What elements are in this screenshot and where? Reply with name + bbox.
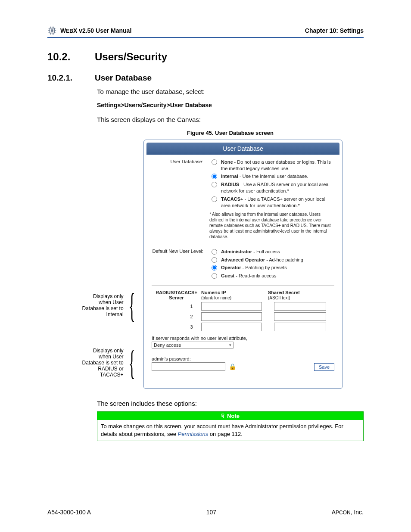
column-header: Numeric IP(blank for none) [201,290,268,300]
figure-caption: Figure 45. User Database screen [97,129,364,137]
annotation-radius: Displays only when User Database is set … [80,348,124,378]
intro-text-2: This screen displays on the Canvas: [97,115,364,124]
annotation-column: Displays only when User Database is set … [80,140,140,389]
note-box: ☟ Note To make changes on this screen, y… [97,411,364,441]
footer-right: APCON, Inc. [332,509,364,516]
chevron-down-icon: ▾ [229,343,231,347]
page-footer: A54-3000-100 A 107 APCON, Inc. [47,509,364,516]
radio-operator[interactable] [212,265,217,271]
manual-title: WEBX v2.50 User Manual [60,27,131,34]
secret-input-3[interactable] [274,323,326,331]
field-label: User Database: [152,159,203,240]
column-header: Shared Secret(ASCII text) [268,290,334,300]
nav-path: Settings>Users/Security>User Database [97,101,364,110]
radio-administrator[interactable] [212,249,217,255]
ip-input-3[interactable] [201,323,262,331]
footer-left: A54-3000-100 A [47,509,91,516]
field-label: Default New User Level: [152,249,203,281]
radio-radius[interactable] [212,182,217,187]
note-title: Note [227,413,240,419]
radio-guest[interactable] [212,273,217,279]
column-header: RADIUS/TACACS+ Server [152,290,201,300]
no-level-label: If server responds with no user level at… [152,336,334,341]
brace-icon: { [128,297,135,314]
brace-icon: { [128,354,135,371]
password-input[interactable] [152,362,225,371]
section-heading: 10.2.Users/Security [47,51,364,63]
panel-title: User Database [146,143,339,155]
ip-input-2[interactable] [201,312,262,321]
row-number: 3 [182,324,201,330]
radio-advanced-operator[interactable] [212,257,217,263]
user-database-panel: User Database User Database: None - Do n… [143,140,342,389]
footnote: * Also allows logins from the internal u… [209,212,334,240]
hand-icon: ☟ [221,413,224,419]
subsection-heading: 10.2.1.User Database [47,73,364,83]
row-number: 2 [182,314,201,319]
radio-internal[interactable] [212,174,217,179]
secret-input-2[interactable] [274,312,326,321]
annotation-internal: Displays only when User Database is set … [80,293,124,317]
ip-input-1[interactable] [201,302,262,311]
intro-text: To manage the user database, select: [97,87,364,96]
running-header: WEBX v2.50 User Manual Chapter 10: Setti… [47,26,364,38]
no-level-dropdown[interactable]: Deny access ▾ [152,342,234,348]
chapter-label: Chapter 10: Settings [305,27,364,34]
permissions-link[interactable]: Permissions [177,431,208,437]
secret-input-1[interactable] [274,302,326,311]
row-number: 1 [182,304,201,309]
password-label: admin's password: [152,356,236,361]
after-text: The screen includes these options: [97,400,364,407]
page-number: 107 [206,509,216,516]
svg-rect-1 [51,29,53,32]
radio-none[interactable] [212,159,217,165]
save-button[interactable]: Save [314,363,334,371]
radio-tacacs[interactable] [212,196,217,202]
chip-icon [47,26,57,35]
lock-icon: 🔒 [229,363,236,370]
